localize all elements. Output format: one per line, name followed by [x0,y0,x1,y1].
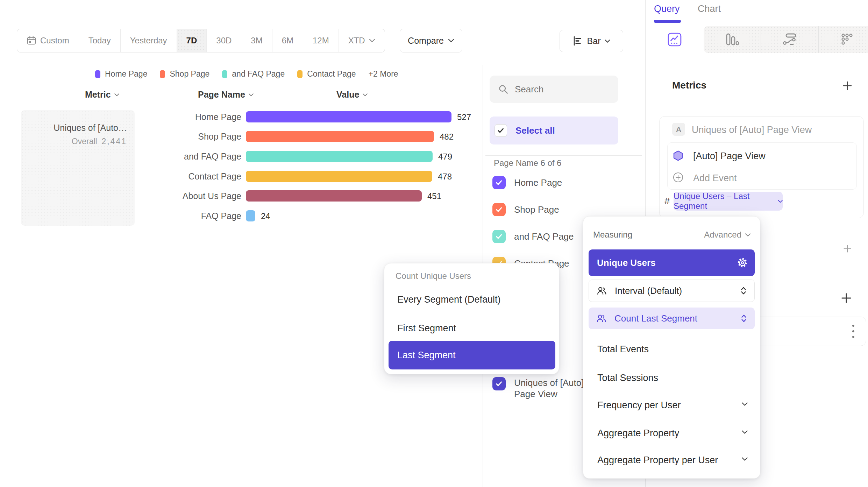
metric-card-title: Uniques of [Auto] Page View [692,125,812,135]
filter-item-label[interactable]: and FAQ Page [514,231,574,242]
bar-chart-icon [572,36,583,46]
value-bar[interactable] [246,210,255,221]
event-label[interactable]: [Auto] Page View [693,151,766,162]
value-label: 527 [457,112,471,122]
table-row: Shop Page 482 [0,131,483,143]
chevron-down-icon[interactable] [741,402,748,406]
chevron-down-icon[interactable] [741,457,748,461]
date-range-toolbar: Custom Today Yesterday 7D 30D 3M 6M 12M … [17,29,385,52]
value-label: 24 [261,211,270,221]
add-metric-button[interactable] [842,80,853,92]
count-last-segment-stepper[interactable]: Count Last Segment [589,308,755,329]
select-all-checkbox[interactable] [495,124,507,137]
select-all-label: Select all [515,125,555,136]
page-name-label: Home Page [129,112,241,122]
search-icon [498,84,508,94]
legend-item[interactable]: Home Page [95,69,147,79]
tab-separator [761,26,761,53]
measuring-panel: Measuring Advanced Unique Users Interval… [583,216,760,479]
tab-funnels[interactable] [725,32,739,48]
value-bar[interactable] [246,151,433,162]
checkbox-uniques-metric[interactable] [492,377,506,390]
chevron-down-icon [448,38,454,43]
legend-more[interactable]: +2 More [369,69,398,79]
legend-item[interactable]: Contact Page [297,69,356,79]
table-row: and FAQ Page 479 [0,151,483,163]
chart-legend: Home Page Shop Page and FAQ Page Contact… [95,69,398,79]
metric-summary-cell[interactable]: Uniques of [Auto… Overall 2,441 [21,110,135,226]
column-header-metric[interactable]: Metric [85,90,120,100]
tab-chart[interactable]: Chart [698,3,721,14]
compare-button[interactable]: Compare [400,29,462,52]
tab-insights-selected[interactable] [667,32,682,48]
option-total-events[interactable]: Total Events [597,344,649,355]
date-range-3m[interactable]: 3M [241,29,272,52]
sort-chevron-icon [114,93,120,97]
chart-type-button[interactable]: Bar [560,30,623,52]
tab-query[interactable]: Query [654,3,680,14]
hash-symbol: # [664,196,670,207]
value-bar[interactable] [246,190,422,202]
check-icon [495,205,503,214]
date-range-12m[interactable]: 12M [303,29,339,52]
date-range-30d[interactable]: 30D [207,29,241,52]
table-row: About Us Page 451 [0,190,483,202]
filter-item-label[interactable]: Shop Page [514,204,559,215]
measure-pill[interactable]: Unique Users – Last Segment [674,192,783,211]
filter-item-label[interactable]: Home Page [514,177,562,188]
analytics-app: Custom Today Yesterday 7D 30D 3M 6M 12M … [0,0,868,487]
option-unique-users-selected[interactable]: Unique Users [589,249,755,276]
check-icon [495,178,503,187]
add-breakdown-button[interactable] [841,292,852,305]
checkbox-and-faq-page[interactable] [492,230,506,243]
column-header-page-name[interactable]: Page Name [198,90,254,100]
gear-icon[interactable] [737,257,748,269]
legend-item[interactable]: Shop Page [160,69,209,79]
tab-flows[interactable] [782,32,797,48]
filter-divider [485,155,642,156]
checkbox-home-page[interactable] [492,176,506,189]
column-header-value[interactable]: Value [336,90,368,100]
date-range-today[interactable]: Today [79,29,121,52]
value-bar[interactable] [246,131,434,142]
add-filter-button[interactable] [843,244,852,255]
select-all-row[interactable]: Select all [490,117,618,144]
tab-more-reports[interactable] [840,32,855,48]
segment-popover: Count Unique Users Every Segment (Defaul… [384,263,559,374]
chevron-down-icon [745,233,751,237]
option-every-segment[interactable]: Every Segment (Default) [389,285,555,314]
filter-group-label: Page Name 6 of 6 [494,158,561,168]
option-frequency-per-user[interactable]: Frequency per User [597,400,681,411]
legend-item[interactable]: and FAQ Page [222,69,285,79]
date-range-custom[interactable]: Custom [17,29,79,52]
value-bar[interactable] [246,171,432,182]
date-range-xtd[interactable]: XTD [339,29,385,52]
sort-chevron-icon [248,93,254,97]
date-range-6m[interactable]: 6M [272,29,303,52]
calendar-icon [27,36,36,45]
date-range-7d[interactable]: 7D [177,29,207,52]
plus-icon [843,244,852,253]
option-first-segment[interactable]: First Segment [389,314,555,343]
search-box[interactable] [490,76,618,103]
option-total-sessions[interactable]: Total Sessions [597,373,658,383]
metrics-heading: Metrics [672,80,706,91]
metric-badge: A [672,123,685,136]
option-last-segment[interactable]: Last Segment [389,341,555,369]
option-aggregate-property[interactable]: Aggregate Property [597,428,679,439]
add-event-label[interactable]: Add Event [693,173,737,184]
event-hexagon-icon [673,150,684,163]
flows-icon [782,32,797,47]
advanced-toggle[interactable]: Advanced [704,230,751,240]
chevron-down-icon[interactable] [741,430,748,434]
interval-stepper[interactable]: Interval (Default) [589,280,755,302]
add-event-icon[interactable] [673,172,683,184]
value-label: 479 [438,152,452,162]
option-aggregate-property-per-user[interactable]: Aggregate Property per User [597,455,718,466]
search-input[interactable] [514,84,610,95]
date-range-yesterday[interactable]: Yesterday [121,29,177,52]
checkbox-shop-page[interactable] [492,203,506,216]
legend-swatch [160,70,165,78]
value-bar[interactable] [246,111,451,122]
kebab-menu-icon[interactable] [852,324,855,341]
